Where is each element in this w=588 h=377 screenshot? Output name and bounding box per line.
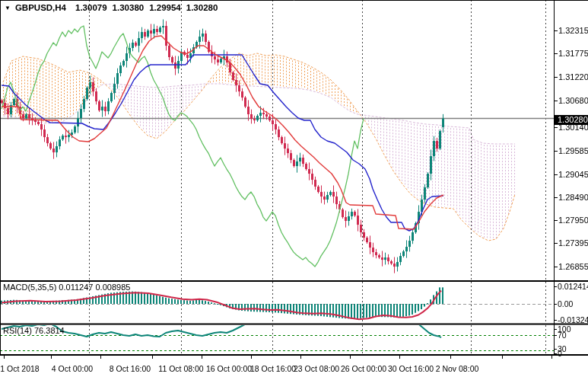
rsi-indicator-label: RSI(14) 76.3814 — [3, 326, 65, 335]
price-axis-label: 1.29045 — [558, 170, 588, 179]
time-axis-label: 16 Oct 00:00 — [206, 364, 252, 373]
rsi-axis-label: 70 — [558, 331, 567, 340]
open-value: 1.30079 — [75, 3, 107, 12]
rsi-axis-label: 0 — [558, 349, 562, 358]
macd-signal-value: 0.008985 — [96, 283, 131, 292]
price-axis-label: 1.32315 — [558, 26, 588, 35]
price-axis-label: 1.31775 — [558, 49, 588, 58]
time-axis-label: 30 Oct 16:00 — [388, 364, 434, 373]
price-axis-label: 1.31220 — [558, 72, 588, 81]
macd-axis-label: -0.013249 — [558, 315, 588, 324]
time-axis-label: 18 Oct 16:00 — [250, 364, 296, 373]
high-value: 1.30380 — [113, 3, 145, 12]
price-axis-label: 1.29585 — [558, 146, 588, 155]
chart-dropdown-icon[interactable]: ▼ — [5, 5, 11, 11]
macd-main-value: 0.011247 — [59, 283, 93, 292]
price-axis-label: 1.30680 — [558, 96, 588, 105]
time-axis-label: 2 Nov 08:00 — [436, 364, 479, 373]
rsi-name: RSI(14) — [3, 326, 32, 335]
time-axis-label: 8 Oct 16:00 — [110, 364, 151, 373]
macd-indicator-label: MACD(5,35,5) 0.011247 0.008985 — [3, 283, 130, 292]
price-axis-label: 1.26855 — [558, 262, 588, 271]
time-axis-label: 26 Oct 00:00 — [341, 364, 386, 373]
close-value: 1.30280 — [186, 3, 218, 12]
ohlc-readout: 1.30079 1.30380 1.29954 1.30280 — [75, 3, 218, 12]
time-axis-label: 11 Oct 08:00 — [158, 364, 203, 373]
chart-title-bar: ▼ GBPUSD,H4 1.30079 1.30380 1.29954 1.30… — [5, 3, 218, 12]
low-value: 1.29954 — [149, 3, 181, 12]
price-axis-label: 1.27395 — [558, 238, 588, 248]
symbol-period-label: GBPUSD,H4 — [15, 3, 66, 12]
price-axis-label: 1.28490 — [558, 193, 588, 202]
macd-name: MACD(5,35,5) — [3, 283, 56, 292]
mt4-chart-window: ▼ GBPUSD,H4 1.30079 1.30380 1.29954 1.30… — [0, 0, 588, 377]
time-axis-label: 23 Oct 08:00 — [294, 364, 339, 373]
macd-axis-label: 0.012414 — [558, 282, 588, 291]
current-price-badge: 1.30280 — [555, 115, 588, 125]
rsi-value: 76.3814 — [34, 326, 65, 335]
price-axis-label: 1.27950 — [558, 216, 588, 225]
chart-area[interactable] — [0, 0, 588, 377]
macd-axis-label: 0.00 — [558, 299, 573, 308]
time-axis-label: 4 Oct 00:00 — [52, 364, 93, 373]
time-axis-label: 1 Oct 2018 — [0, 364, 39, 373]
